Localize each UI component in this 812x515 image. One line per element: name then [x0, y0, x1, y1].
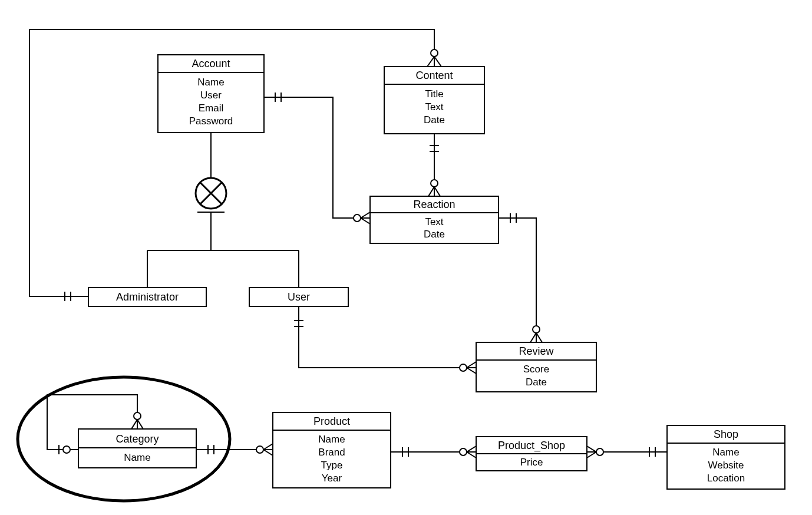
entity-product-shop-title: Product_Shop: [498, 440, 565, 452]
svg-line-28: [467, 362, 476, 368]
entity-content: Content Title Text Date: [384, 67, 484, 134]
svg-line-9: [361, 212, 370, 218]
entity-user-title: User: [288, 291, 310, 303]
entity-category: Category Name: [78, 429, 196, 468]
entity-account-attr-0: Name: [197, 77, 224, 88]
entity-shop: Shop Name Website Location: [667, 425, 785, 489]
svg-line-42: [263, 450, 273, 455]
entity-reaction-attr-1: Date: [424, 229, 445, 240]
entity-product-attr-3: Year: [322, 473, 342, 484]
entity-account-title: Account: [192, 58, 230, 70]
entity-shop-title: Shop: [714, 428, 738, 440]
svg-line-35: [137, 420, 143, 429]
entity-review-title: Review: [519, 345, 554, 357]
entity-category-title: Category: [115, 433, 159, 445]
entity-content-attr-0: Title: [425, 88, 444, 100]
svg-line-55: [587, 446, 596, 452]
svg-line-23: [536, 333, 542, 342]
svg-point-21: [533, 326, 540, 333]
entity-user: User: [249, 288, 348, 306]
entity-reaction: Reaction Text Date: [370, 196, 499, 243]
entity-content-attr-2: Date: [424, 114, 445, 126]
svg-line-56: [587, 452, 596, 458]
svg-line-41: [263, 444, 273, 450]
entity-account-attr-2: Email: [199, 103, 224, 114]
svg-point-2: [431, 49, 438, 57]
svg-line-4: [434, 57, 441, 67]
svg-line-49: [467, 452, 476, 458]
entity-administrator: Administrator: [88, 288, 206, 306]
entity-shop-attr-2: Location: [707, 473, 745, 484]
svg-point-47: [460, 448, 467, 455]
svg-point-15: [431, 180, 438, 187]
entity-reaction-title: Reaction: [413, 199, 455, 210]
entity-shop-attr-0: Name: [712, 447, 739, 458]
svg-line-3: [427, 57, 434, 67]
svg-line-29: [467, 368, 476, 374]
entity-shop-attr-1: Website: [708, 460, 744, 471]
entity-administrator-title: Administrator: [116, 291, 179, 303]
entity-account-attr-3: Password: [189, 115, 233, 127]
svg-point-33: [134, 412, 141, 420]
entity-product-shop-attr-0: Price: [520, 457, 543, 468]
entity-product-attr-1: Brand: [318, 447, 345, 458]
er-diagram: Account Name User Email Password Content…: [0, 0, 812, 515]
entity-review-attr-1: Date: [526, 377, 547, 388]
svg-line-10: [361, 218, 370, 224]
entity-review: Review Score Date: [476, 342, 596, 392]
entity-product-attr-0: Name: [318, 434, 345, 445]
svg-line-17: [434, 187, 440, 196]
svg-point-54: [596, 448, 603, 455]
svg-line-34: [131, 420, 137, 429]
svg-line-22: [530, 333, 536, 342]
svg-line-48: [467, 446, 476, 452]
svg-point-31: [63, 446, 70, 453]
entity-content-attr-1: Text: [425, 101, 443, 113]
entity-product-shop: Product_Shop Price: [476, 437, 587, 471]
svg-point-8: [354, 214, 361, 222]
svg-point-40: [256, 446, 263, 453]
entity-content-title: Content: [415, 70, 453, 81]
entity-account: Account Name User Email Password: [158, 55, 264, 133]
entity-review-attr-0: Score: [523, 364, 549, 375]
svg-line-16: [428, 187, 434, 196]
entity-product: Product Name Brand Type Year: [273, 412, 391, 488]
entity-account-attr-1: User: [200, 90, 222, 101]
svg-point-27: [460, 364, 467, 371]
entity-product-title: Product: [313, 415, 350, 427]
entity-product-attr-2: Type: [321, 460, 343, 471]
entity-category-attr-0: Name: [124, 452, 150, 463]
entity-reaction-attr-0: Text: [425, 216, 443, 227]
